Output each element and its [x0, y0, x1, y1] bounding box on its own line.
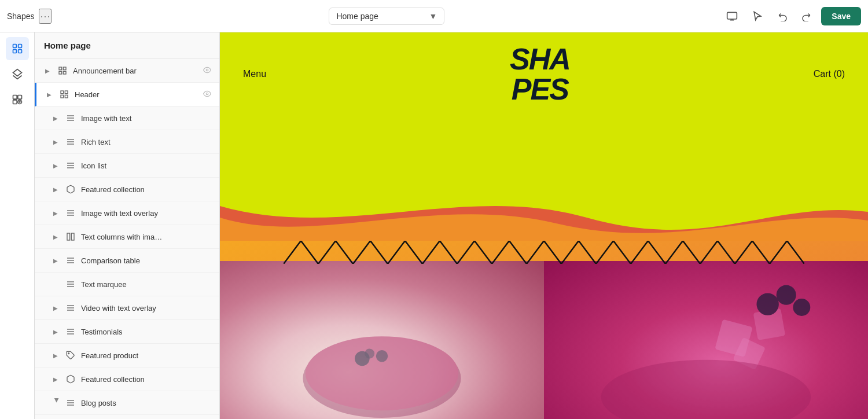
grid-icon [58, 89, 70, 100]
sidebar-item-featured-collection-1[interactable]: ▶ Featured collection [35, 178, 219, 201]
device-preview-button[interactable] [722, 6, 742, 27]
svg-point-26 [206, 140, 208, 142]
svg-point-69 [756, 293, 778, 315]
svg-point-54 [206, 330, 208, 332]
svg-rect-6 [17, 95, 21, 100]
svg-point-30 [206, 164, 208, 166]
sidebar-item-announcement-bar[interactable]: ▶ Announcement bar [35, 59, 219, 83]
expand-icon: ▶ [51, 351, 60, 360]
sidebar-item-featured-product[interactable]: ▶ Featured product [35, 344, 219, 367]
preview-photo-section [220, 241, 868, 419]
list-icon [65, 112, 76, 124]
svg-rect-16 [61, 95, 64, 98]
svg-point-70 [777, 285, 796, 305]
svg-rect-1 [13, 45, 16, 48]
sidebar-item-text-marquee[interactable]: ▶ Text marquee [35, 273, 219, 296]
list-icon [65, 278, 76, 290]
topbar-center: Home page ▼ [56, 8, 717, 25]
topbar: Shapes ⋯ Home page ▼ [0, 0, 868, 32]
svg-rect-12 [63, 71, 66, 74]
grid-icon [65, 231, 76, 242]
sidebar-item-label: Comparison table [81, 256, 198, 265]
main-layout: Home page ▶ Announcement bar [0, 32, 868, 419]
svg-point-13 [206, 69, 208, 71]
sidebar-item-label: Testimonials [81, 328, 198, 336]
app-name: Shapes [7, 12, 34, 21]
canvas-inner: Menu SHA PES Cart (0) [220, 32, 868, 419]
topbar-right: Save [722, 6, 861, 27]
cursor-tool-button[interactable] [747, 6, 768, 27]
wave-section [220, 194, 868, 241]
sidebar-item-icon-list[interactable]: ▶ Icon list [35, 154, 219, 178]
sidebar-list: ▶ Announcement bar ▶ [35, 59, 219, 419]
svg-point-31 [206, 188, 208, 190]
list-icon [65, 302, 76, 314]
sidebar-item-label: Announcement bar [73, 67, 198, 75]
svg-rect-17 [65, 95, 68, 98]
svg-point-22 [206, 116, 208, 119]
topbar-left: Shapes ⋯ [7, 9, 52, 24]
sidebar-item-label: Text marquee [81, 280, 198, 289]
bowl-right-image [544, 261, 868, 419]
svg-point-62 [306, 336, 459, 410]
wave-svg [220, 194, 868, 241]
zigzag-svg [284, 241, 804, 264]
svg-point-55 [68, 353, 69, 354]
svg-rect-10 [63, 67, 66, 70]
box-icon [65, 183, 76, 195]
svg-rect-11 [59, 71, 62, 74]
sections-icon-button[interactable] [6, 63, 29, 86]
sidebar-item-comparison-table[interactable]: ▶ Comparison table [35, 249, 219, 273]
pages-icon-button[interactable] [6, 37, 29, 60]
list-icon [65, 207, 76, 219]
photo-left [220, 261, 544, 419]
expand-icon: ▶ [51, 161, 60, 170]
svg-point-71 [793, 299, 810, 316]
page-selector[interactable]: Home page ▼ [329, 8, 444, 25]
svg-point-18 [206, 93, 208, 95]
save-button[interactable]: Save [821, 7, 861, 25]
sidebar-item-video-with-text-overlay[interactable]: ▶ Video with text overlay [35, 296, 219, 320]
sidebar-item-label: Image with text [81, 114, 198, 123]
eye-icon[interactable] [203, 90, 211, 100]
sidebar-item-blog-posts[interactable]: ▶ Blog posts [35, 391, 219, 415]
sidebar-item-text-columns[interactable]: ▶ Text columns with ima… [35, 225, 219, 249]
undo-button[interactable] [773, 6, 793, 27]
undo-redo-group [773, 6, 816, 27]
sidebar-item-label: Video with text overlay [81, 304, 198, 313]
svg-rect-4 [18, 50, 21, 53]
svg-rect-2 [18, 45, 21, 48]
eye-icon[interactable] [203, 66, 211, 76]
sidebar-item-header[interactable]: ▶ Header [35, 83, 219, 106]
sidebar-item-testimonials[interactable]: ▶ Testimonials [35, 320, 219, 344]
sidebar-item-label: Featured collection [81, 375, 198, 384]
grid-icon [57, 65, 68, 76]
sidebar-item-image-with-text[interactable]: ▶ Image with text [35, 106, 219, 130]
canvas-area[interactable]: Menu SHA PES Cart (0) [220, 32, 868, 419]
redo-button[interactable] [796, 6, 816, 27]
sidebar-item-image-with-text-overlay[interactable]: ▶ Image with text overlay [35, 201, 219, 225]
svg-point-56 [206, 354, 208, 356]
icon-bar [0, 32, 35, 419]
bowl-left-image [220, 261, 544, 419]
list-icon [65, 136, 76, 148]
sidebar-item-label: Image with text overlay [81, 209, 198, 218]
expand-icon: ▶ [51, 303, 60, 313]
sidebar-item-rich-text[interactable]: ▶ Rich text [35, 130, 219, 154]
svg-rect-36 [67, 233, 70, 240]
svg-rect-5 [13, 95, 17, 100]
page-selector-value: Home page [336, 12, 378, 21]
expand-icon: ▶ [43, 66, 52, 75]
apps-icon-button[interactable] [6, 88, 29, 111]
svg-rect-0 [727, 12, 737, 19]
sidebar-item-label: Featured collection [81, 185, 198, 194]
photo-row [220, 261, 868, 419]
sidebar-item-label: Blog posts [81, 399, 211, 407]
sidebar-title: Home page [35, 32, 219, 59]
more-options-button[interactable]: ⋯ [39, 9, 52, 24]
list-icon [65, 255, 76, 266]
sidebar-item-featured-collection-2[interactable]: ▶ Featured collection [35, 367, 219, 391]
svg-point-50 [206, 306, 208, 308]
svg-rect-37 [71, 233, 74, 240]
preview-nav-menu: Menu [243, 69, 266, 79]
